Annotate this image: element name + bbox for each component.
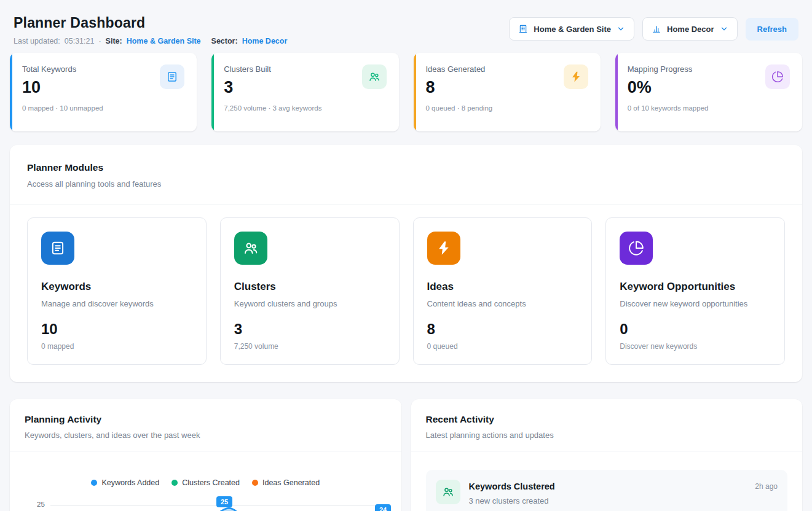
card-title: Recent Activity [426,414,788,425]
sector-selector-button[interactable]: Home Decor [642,17,738,41]
chevron-down-icon [720,25,728,33]
site-link[interactable]: Home & Garden Site [127,37,201,45]
sector-label: Sector: [211,37,238,45]
module-detail: 0 queued [427,342,578,351]
stat-value: 10 [22,78,103,97]
stat-card-ideas-generated: Ideas Generated 8 0 queued · 8 pending [414,53,601,131]
header-left: Planner Dashboard Last updated: 05:31:21… [14,15,287,45]
panel-title: Planner Modules [27,162,785,173]
stat-value: 3 [224,78,321,97]
data-point-label: 25 [216,496,232,507]
bar-chart-icon [652,24,661,34]
module-value: 10 [41,321,192,338]
card-body: Keywords Clustered 3 new clusters create… [411,470,803,511]
stat-detail: 0 mapped · 10 unmapped [22,104,103,112]
module-value: 8 [427,321,578,338]
document-lines-icon [160,64,184,89]
last-updated-label: Last updated: [14,37,60,45]
module-detail: 7,250 volume [234,342,385,351]
module-description: Keyword clusters and groups [234,299,385,308]
card-body: Keywords Added Clusters Created Ideas Ge… [10,478,401,511]
card-header: Planning Activity Keywords, clusters, an… [10,399,401,451]
y-axis-tick: 25 [37,501,45,508]
header-actions: Home & Garden Site Home Decor Refresh [509,15,798,41]
module-value: 3 [234,321,385,338]
module-card-ideas[interactable]: Ideas Content ideas and concepts 8 0 que… [413,217,593,365]
module-card-clusters[interactable]: Clusters Keyword clusters and groups 3 7… [220,217,400,365]
header: Planner Dashboard Last updated: 05:31:21… [10,10,802,45]
module-description: Manage and discover keywords [41,299,192,308]
stat-main: Mapping Progress 0% 0 of 10 keywords map… [628,64,709,122]
pie-chart-icon [765,64,790,89]
document-lines-icon [41,232,74,265]
card-subtitle: Latest planning actions and updates [426,431,788,440]
stat-card-mapping-progress: Mapping Progress 0% 0 of 10 keywords map… [615,53,802,131]
separator-dot: · [98,37,101,45]
refresh-button[interactable]: Refresh [746,18,798,41]
module-detail: Discover new keywords [620,342,771,351]
building-icon [518,24,528,34]
site-label: Site: [106,37,122,45]
legend-label: Clusters Created [182,478,240,487]
card-header: Recent Activity Latest planning actions … [411,399,803,451]
stat-detail: 0 queued · 8 pending [426,104,493,112]
module-description: Discover new keyword opportunities [620,299,771,308]
legend-item-clusters-created: Clusters Created [171,478,240,487]
legend-dot-icon [91,480,97,486]
sector-link[interactable]: Home Decor [242,37,288,45]
bottom-section: Planning Activity Keywords, clusters, an… [10,399,802,511]
stat-label: Total Keywords [22,64,103,74]
legend-item-keywords-added: Keywords Added [91,478,159,487]
legend-dot-icon [171,480,178,486]
card-title: Planning Activity [25,414,387,425]
activity-title: Keywords Clustered [469,482,555,491]
stat-main: Total Keywords 10 0 mapped · 10 unmapped [22,64,103,122]
stat-label: Clusters Built [224,64,321,74]
users-icon [362,64,387,89]
site-selector-button[interactable]: Home & Garden Site [509,17,634,41]
site-selector-label: Home & Garden Site [534,25,611,34]
stat-card-total-keywords: Total Keywords 10 0 mapped · 10 unmapped [10,53,197,131]
last-updated-value: 05:31:21 [65,37,95,45]
panel-header: Planner Modules Access all planning tool… [10,145,802,205]
modules-grid: Keywords Manage and discover keywords 10… [10,205,802,382]
module-value: 0 [620,321,771,338]
header-meta: Last updated: 05:31:21 · Site: Home & Ga… [14,37,287,45]
activity-item-keywords-clustered: Keywords Clustered 3 new clusters create… [426,470,788,511]
module-title: Keywords [41,281,192,293]
module-title: Keyword Opportunities [620,281,771,293]
stat-detail: 0 of 10 keywords mapped [628,104,709,112]
stat-main: Ideas Generated 8 0 queued · 8 pending [426,64,493,122]
legend-label: Ideas Generated [262,478,320,487]
stat-value: 0% [628,78,709,97]
stat-value: 8 [426,78,493,97]
planner-dashboard: Planner Dashboard Last updated: 05:31:21… [0,0,812,511]
users-icon [234,232,267,265]
users-icon [436,480,460,504]
activity-time: 2h ago [755,480,778,491]
module-detail: 0 mapped [41,342,192,351]
module-card-keywords[interactable]: Keywords Manage and discover keywords 10… [27,217,207,365]
recent-activity-card: Recent Activity Latest planning actions … [411,399,803,511]
lightning-icon [427,232,460,265]
chart-legend: Keywords Added Clusters Created Ideas Ge… [25,478,387,487]
legend-dot-icon [252,480,258,486]
pie-chart-icon [620,232,653,265]
stat-label: Ideas Generated [426,64,493,74]
data-point-label: 24 [375,504,391,511]
planning-activity-chart: 25 25 24 [16,494,395,511]
activity-text: Keywords Clustered 3 new clusters create… [469,480,555,505]
card-subtitle: Keywords, clusters, and ideas over the p… [25,431,387,440]
module-card-keyword-opportunities[interactable]: Keyword Opportunities Discover new keywo… [605,217,785,365]
planner-modules-panel: Planner Modules Access all planning tool… [10,145,802,382]
stat-main: Clusters Built 3 7,250 volume · 3 avg ke… [224,64,321,122]
panel-subtitle: Access all planning tools and features [27,179,785,189]
stat-card-clusters-built: Clusters Built 3 7,250 volume · 3 avg ke… [211,53,398,131]
legend-label: Keywords Added [101,478,159,487]
sector-selector-label: Home Decor [667,25,714,34]
legend-item-ideas-generated: Ideas Generated [252,478,320,487]
stat-label: Mapping Progress [628,64,709,74]
stat-detail: 7,250 volume · 3 avg keywords [224,104,321,112]
page-title: Planner Dashboard [14,15,287,31]
chevron-down-icon [617,25,625,33]
